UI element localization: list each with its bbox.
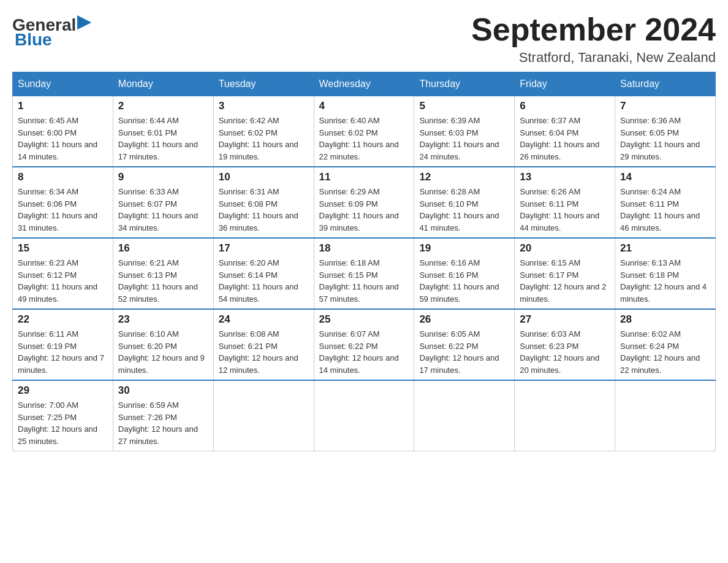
day-info: Sunrise: 6:13 AM Sunset: 6:18 PM Dayligh…: [620, 257, 710, 305]
day-number: 28: [620, 313, 710, 326]
day-number: 3: [219, 100, 309, 112]
day-info: Sunrise: 6:11 AM Sunset: 6:19 PM Dayligh…: [18, 328, 108, 376]
day-info: Sunrise: 7:00 AM Sunset: 7:25 PM Dayligh…: [18, 399, 108, 447]
day-info: Sunrise: 6:40 AM Sunset: 6:02 PM Dayligh…: [319, 115, 409, 163]
day-info: Sunrise: 6:42 AM Sunset: 6:02 PM Dayligh…: [219, 115, 309, 163]
day-number: 7: [620, 100, 710, 112]
day-info: Sunrise: 6:28 AM Sunset: 6:10 PM Dayligh…: [419, 186, 509, 234]
day-number: 22: [18, 313, 108, 326]
day-number: 26: [419, 313, 509, 326]
day-info: Sunrise: 6:24 AM Sunset: 6:11 PM Dayligh…: [620, 186, 710, 234]
col-monday: Monday: [113, 72, 213, 96]
day-info: Sunrise: 6:29 AM Sunset: 6:09 PM Dayligh…: [319, 186, 409, 234]
day-number: 29: [18, 385, 108, 397]
day-number: 8: [18, 171, 108, 183]
calendar-day-cell: 5 Sunrise: 6:39 AM Sunset: 6:03 PM Dayli…: [414, 96, 515, 167]
calendar-day-cell: 8 Sunrise: 6:34 AM Sunset: 6:06 PM Dayli…: [13, 167, 113, 238]
day-info: Sunrise: 6:26 AM Sunset: 6:11 PM Dayligh…: [520, 186, 610, 234]
calendar-day-cell: 2 Sunrise: 6:44 AM Sunset: 6:01 PM Dayli…: [113, 96, 213, 167]
day-info: Sunrise: 6:59 AM Sunset: 7:26 PM Dayligh…: [118, 399, 208, 447]
day-info: Sunrise: 6:44 AM Sunset: 6:01 PM Dayligh…: [118, 115, 208, 163]
calendar-day-cell: [515, 380, 615, 451]
day-info: Sunrise: 6:23 AM Sunset: 6:12 PM Dayligh…: [18, 257, 108, 305]
day-number: 2: [118, 100, 208, 112]
calendar-day-cell: 3 Sunrise: 6:42 AM Sunset: 6:02 PM Dayli…: [213, 96, 314, 167]
calendar-day-cell: 19 Sunrise: 6:16 AM Sunset: 6:16 PM Dayl…: [414, 238, 515, 309]
day-number: 11: [319, 171, 409, 183]
calendar-day-cell: 18 Sunrise: 6:18 AM Sunset: 6:15 PM Dayl…: [314, 238, 414, 309]
day-info: Sunrise: 6:33 AM Sunset: 6:07 PM Dayligh…: [118, 186, 208, 234]
location-subtitle: Stratford, Taranaki, New Zealand: [471, 50, 716, 66]
calendar-day-cell: 28 Sunrise: 6:02 AM Sunset: 6:24 PM Dayl…: [615, 309, 716, 380]
day-number: 27: [520, 313, 610, 326]
day-number: 23: [118, 313, 208, 326]
day-info: Sunrise: 6:16 AM Sunset: 6:16 PM Dayligh…: [419, 257, 509, 305]
calendar-week-row: 15 Sunrise: 6:23 AM Sunset: 6:12 PM Dayl…: [13, 238, 716, 309]
col-friday: Friday: [515, 72, 615, 96]
day-number: 24: [219, 313, 309, 326]
calendar-day-cell: 21 Sunrise: 6:13 AM Sunset: 6:18 PM Dayl…: [615, 238, 716, 309]
logo-arrow-icon: [77, 15, 94, 33]
day-info: Sunrise: 6:21 AM Sunset: 6:13 PM Dayligh…: [118, 257, 208, 305]
day-info: Sunrise: 6:34 AM Sunset: 6:06 PM Dayligh…: [18, 186, 108, 234]
day-number: 12: [419, 171, 509, 183]
col-sunday: Sunday: [13, 72, 113, 96]
calendar-week-row: 29 Sunrise: 7:00 AM Sunset: 7:25 PM Dayl…: [13, 380, 716, 451]
calendar-day-cell: 15 Sunrise: 6:23 AM Sunset: 6:12 PM Dayl…: [13, 238, 113, 309]
day-info: Sunrise: 6:02 AM Sunset: 6:24 PM Dayligh…: [620, 328, 710, 376]
day-info: Sunrise: 6:18 AM Sunset: 6:15 PM Dayligh…: [319, 257, 409, 305]
calendar-day-cell: 24 Sunrise: 6:08 AM Sunset: 6:21 PM Dayl…: [213, 309, 314, 380]
day-number: 5: [419, 100, 509, 112]
calendar-day-cell: 27 Sunrise: 6:03 AM Sunset: 6:23 PM Dayl…: [515, 309, 615, 380]
day-info: Sunrise: 6:07 AM Sunset: 6:22 PM Dayligh…: [319, 328, 409, 376]
calendar-day-cell: 30 Sunrise: 6:59 AM Sunset: 7:26 PM Dayl…: [113, 380, 213, 451]
day-number: 9: [118, 171, 208, 183]
calendar-day-cell: 25 Sunrise: 6:07 AM Sunset: 6:22 PM Dayl…: [314, 309, 414, 380]
day-number: 1: [18, 100, 108, 112]
calendar-day-cell: 10 Sunrise: 6:31 AM Sunset: 6:08 PM Dayl…: [213, 167, 314, 238]
day-info: Sunrise: 6:03 AM Sunset: 6:23 PM Dayligh…: [520, 328, 610, 376]
day-number: 16: [118, 242, 208, 255]
calendar-day-cell: [414, 380, 515, 451]
day-number: 15: [18, 242, 108, 255]
calendar-day-cell: 13 Sunrise: 6:26 AM Sunset: 6:11 PM Dayl…: [515, 167, 615, 238]
calendar-day-cell: 14 Sunrise: 6:24 AM Sunset: 6:11 PM Dayl…: [615, 167, 716, 238]
calendar-day-cell: 23 Sunrise: 6:10 AM Sunset: 6:20 PM Dayl…: [113, 309, 213, 380]
day-info: Sunrise: 6:05 AM Sunset: 6:22 PM Dayligh…: [419, 328, 509, 376]
logo: General Blue: [12, 12, 94, 50]
calendar-day-cell: 11 Sunrise: 6:29 AM Sunset: 6:09 PM Dayl…: [314, 167, 414, 238]
calendar-day-cell: 4 Sunrise: 6:40 AM Sunset: 6:02 PM Dayli…: [314, 96, 414, 167]
day-number: 14: [620, 171, 710, 183]
calendar-day-cell: 6 Sunrise: 6:37 AM Sunset: 6:04 PM Dayli…: [515, 96, 615, 167]
calendar-header-row: Sunday Monday Tuesday Wednesday Thursday…: [13, 72, 716, 96]
calendar-week-row: 22 Sunrise: 6:11 AM Sunset: 6:19 PM Dayl…: [13, 309, 716, 380]
day-info: Sunrise: 6:45 AM Sunset: 6:00 PM Dayligh…: [18, 115, 108, 163]
logo-blue-text: Blue: [15, 30, 52, 50]
calendar-week-row: 1 Sunrise: 6:45 AM Sunset: 6:00 PM Dayli…: [13, 96, 716, 167]
calendar-day-cell: 17 Sunrise: 6:20 AM Sunset: 6:14 PM Dayl…: [213, 238, 314, 309]
header: General Blue September 2024 Stratford, T…: [12, 12, 716, 66]
calendar-day-cell: [314, 380, 414, 451]
day-number: 25: [319, 313, 409, 326]
calendar-day-cell: 16 Sunrise: 6:21 AM Sunset: 6:13 PM Dayl…: [113, 238, 213, 309]
day-info: Sunrise: 6:31 AM Sunset: 6:08 PM Dayligh…: [219, 186, 309, 234]
day-info: Sunrise: 6:15 AM Sunset: 6:17 PM Dayligh…: [520, 257, 610, 305]
day-number: 4: [319, 100, 409, 112]
calendar-day-cell: [213, 380, 314, 451]
calendar-day-cell: 20 Sunrise: 6:15 AM Sunset: 6:17 PM Dayl…: [515, 238, 615, 309]
day-number: 17: [219, 242, 309, 255]
day-info: Sunrise: 6:10 AM Sunset: 6:20 PM Dayligh…: [118, 328, 208, 376]
calendar-day-cell: 7 Sunrise: 6:36 AM Sunset: 6:05 PM Dayli…: [615, 96, 716, 167]
day-info: Sunrise: 6:39 AM Sunset: 6:03 PM Dayligh…: [419, 115, 509, 163]
day-info: Sunrise: 6:20 AM Sunset: 6:14 PM Dayligh…: [219, 257, 309, 305]
calendar-day-cell: 9 Sunrise: 6:33 AM Sunset: 6:07 PM Dayli…: [113, 167, 213, 238]
col-thursday: Thursday: [414, 72, 515, 96]
svg-marker-0: [77, 15, 91, 29]
day-info: Sunrise: 6:36 AM Sunset: 6:05 PM Dayligh…: [620, 115, 710, 163]
title-area: September 2024 Stratford, Taranaki, New …: [471, 12, 716, 66]
calendar-table: Sunday Monday Tuesday Wednesday Thursday…: [12, 72, 716, 451]
day-info: Sunrise: 6:37 AM Sunset: 6:04 PM Dayligh…: [520, 115, 610, 163]
col-tuesday: Tuesday: [213, 72, 314, 96]
calendar-day-cell: 22 Sunrise: 6:11 AM Sunset: 6:19 PM Dayl…: [13, 309, 113, 380]
day-number: 20: [520, 242, 610, 255]
